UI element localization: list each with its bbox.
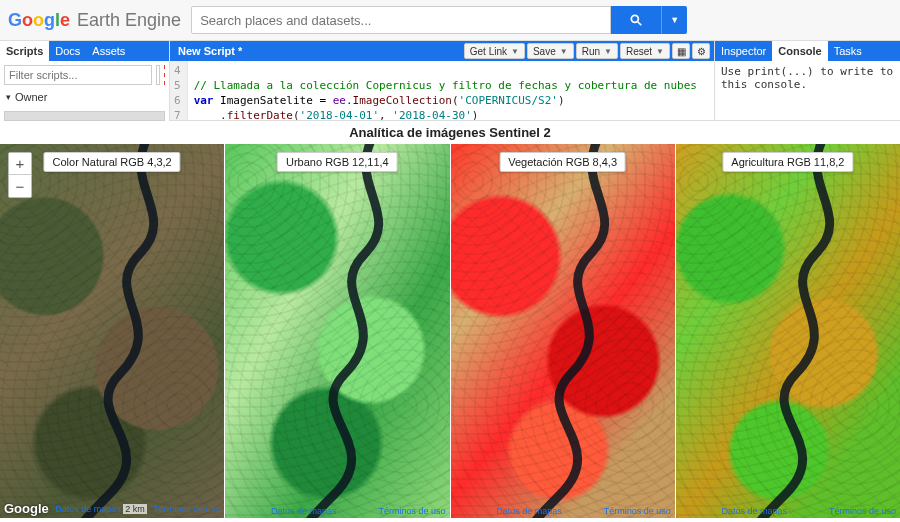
owner-tree-node[interactable]: Owner: [4, 89, 165, 105]
run-button[interactable]: Run▼: [576, 43, 618, 59]
right-tabbar: Inspector Console Tasks: [715, 41, 900, 61]
editor-row: Scripts Docs Assets Owner New Script * G…: [0, 41, 900, 121]
map-attribution: Datos de mapas Términos de uso: [451, 506, 675, 516]
tab-docs[interactable]: Docs: [49, 41, 86, 61]
search-bar: ▼: [191, 6, 687, 34]
tab-assets[interactable]: Assets: [86, 41, 131, 61]
save-button[interactable]: Save▼: [527, 43, 574, 59]
new-script-button[interactable]: [156, 65, 160, 85]
map-agriculture[interactable]: Agricultura RGB 11,8,2 Datos de mapas Té…: [676, 144, 900, 518]
reset-button[interactable]: Reset▼: [620, 43, 670, 59]
google-earth-engine-logo: Google Earth Engine: [8, 10, 181, 31]
owner-placeholder-row: [4, 111, 165, 121]
console-output: Use print(...) to write to this console.: [715, 61, 900, 120]
map-natural[interactable]: + − Color Natural RGB 4,3,2 Google Datos…: [0, 144, 225, 518]
map-label-vegetation: Vegetación RGB 8,4,3: [499, 152, 626, 172]
scripts-panel: Scripts Docs Assets Owner: [0, 41, 170, 120]
tab-tasks[interactable]: Tasks: [828, 41, 868, 61]
caret-down-icon: ▼: [670, 15, 679, 25]
owner-label: Owner: [15, 91, 47, 103]
logo-earth-engine-text: Earth Engine: [77, 10, 181, 30]
map-attribution: Datos de mapas Términos de uso: [225, 506, 449, 516]
map-urban[interactable]: Urbano RGB 12,11,4 Datos de mapas Términ…: [225, 144, 450, 518]
terms-link[interactable]: Términos de uso: [378, 506, 445, 516]
map-attribution: Datos de mapas Términos de uso: [676, 506, 900, 516]
zoom-out-button[interactable]: −: [9, 175, 31, 197]
map-attribution: Google Datos de mapas 2 km Términos de u…: [0, 501, 224, 516]
tab-scripts[interactable]: Scripts: [0, 41, 49, 61]
map-label-agriculture: Agricultura RGB 11,8,2: [722, 152, 853, 172]
caret-down-icon: ▼: [560, 47, 568, 56]
caret-down-icon: ▼: [604, 47, 612, 56]
river-overlay: [225, 144, 449, 518]
grid-icon: ▦: [677, 46, 686, 57]
script-title: New Script *: [170, 45, 464, 57]
code-panel: New Script * Get Link▼ Save▼ Run▼ Reset▼…: [170, 41, 715, 120]
gear-icon: ⚙: [697, 46, 706, 57]
map-grid: + − Color Natural RGB 4,3,2 Google Datos…: [0, 144, 900, 518]
terms-link[interactable]: Términos de uso: [604, 506, 671, 516]
search-icon: [629, 13, 643, 27]
svg-line-1: [638, 22, 642, 26]
warning-indicator-icon: [164, 65, 165, 85]
scale-label: 2 km: [123, 504, 147, 514]
svg-point-0: [631, 15, 638, 22]
line-gutter: 4 5 6 7: [170, 61, 188, 120]
river-overlay: [0, 144, 224, 518]
river-overlay: [451, 144, 675, 518]
code-editor[interactable]: 4 5 6 7 // Llamada a la colección Copern…: [170, 61, 714, 120]
search-dropdown-button[interactable]: ▼: [661, 6, 687, 34]
terms-link[interactable]: Términos de uso: [153, 504, 220, 514]
map-data-link[interactable]: Datos de mapas: [496, 506, 562, 516]
scripts-filter-input[interactable]: [4, 65, 152, 85]
tab-inspector[interactable]: Inspector: [715, 41, 772, 61]
google-watermark: Google: [4, 501, 49, 516]
search-input[interactable]: [191, 6, 611, 34]
apps-grid-button[interactable]: ▦: [672, 43, 690, 59]
map-data-link[interactable]: Datos de mapas: [55, 504, 121, 514]
code-text: // Llamada a la colección Copernicus y f…: [188, 61, 703, 120]
tab-console[interactable]: Console: [772, 41, 827, 61]
river-overlay: [676, 144, 900, 518]
zoom-control: + −: [8, 152, 32, 198]
code-toolbar: New Script * Get Link▼ Save▼ Run▼ Reset▼…: [170, 41, 714, 61]
map-label-natural: Color Natural RGB 4,3,2: [44, 152, 181, 172]
left-tabbar: Scripts Docs Assets: [0, 41, 169, 61]
caret-down-icon: ▼: [511, 47, 519, 56]
search-button[interactable]: [611, 6, 661, 34]
console-panel: Inspector Console Tasks Use print(...) t…: [715, 41, 900, 120]
map-label-urban: Urbano RGB 12,11,4: [277, 152, 398, 172]
app-header: Google Earth Engine ▼: [0, 0, 900, 41]
zoom-in-button[interactable]: +: [9, 153, 31, 175]
map-vegetation[interactable]: Vegetación RGB 8,4,3 Datos de mapas Térm…: [451, 144, 676, 518]
settings-button[interactable]: ⚙: [692, 43, 710, 59]
map-data-link[interactable]: Datos de mapas: [271, 506, 337, 516]
getlink-button[interactable]: Get Link▼: [464, 43, 525, 59]
terms-link[interactable]: Términos de uso: [829, 506, 896, 516]
map-data-link[interactable]: Datos de mapas: [722, 506, 788, 516]
caret-down-icon: ▼: [656, 47, 664, 56]
scripts-body: Owner: [0, 61, 169, 125]
